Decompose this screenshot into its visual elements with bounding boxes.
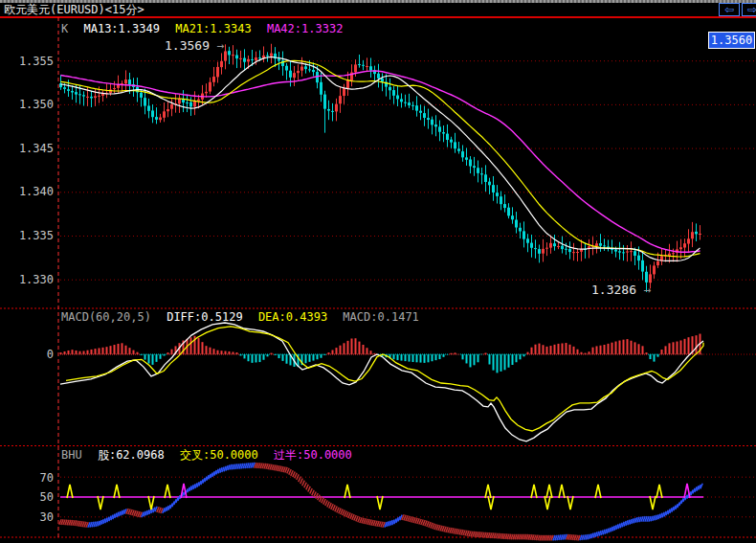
price-axis-label: 1.340 [2, 185, 54, 198]
bhu-half-label: 过半:50.0000 [274, 448, 352, 462]
ma13-legend: MA13:1.3349 [83, 22, 159, 35]
price-axis-label: 1.355 [2, 55, 54, 68]
price-axis-label: 1.330 [2, 273, 54, 286]
price-axis-label: 1.335 [2, 229, 54, 242]
trading-app-window: 欧元美元(EURUSD)<15分> ⇦ ⇨ K MA13:1.3349 MA21… [0, 0, 756, 543]
bhu-legend: BHU 股:62.0968 交叉:50.0000 过半:50.0000 [61, 449, 361, 462]
bhu-axis-label: 50 [2, 490, 54, 504]
bhu-cross-label: 交叉:50.0000 [180, 448, 258, 462]
right-arrow-icon: → [217, 38, 225, 53]
diff-value-label: DIFF:0.5129 [167, 310, 242, 324]
bhu-axis-label: 30 [2, 510, 54, 524]
bhu-axis-label: 70 [2, 471, 54, 485]
k-line-label: K [61, 22, 68, 35]
price-axis-label: 1.345 [2, 142, 54, 155]
bhu-gu-label: 股:62.0968 [98, 448, 165, 462]
right-arrow-icon: → [644, 283, 652, 297]
high-price-annotation: 1.3569 → [165, 39, 225, 52]
price-marker-badge: 1.3560 [708, 32, 755, 49]
bhu-name-label: BHU [61, 448, 82, 462]
low-price-value: 1.3286 [591, 283, 636, 297]
macd-params-label: MACD(60,20,5) [61, 310, 151, 324]
ma21-legend: MA21:1.3343 [175, 22, 251, 35]
low-price-annotation: 1.3286 → [591, 283, 652, 296]
macd-zero-label: 0 [2, 348, 54, 361]
dea-value-label: DEA:0.4393 [258, 310, 327, 324]
main-chart-legend: K MA13:1.3349 MA21:1.3343 MA42:1.3332 [61, 23, 351, 35]
ma42-legend: MA42:1.3332 [267, 22, 343, 35]
price-axis-label: 1.350 [2, 98, 54, 111]
macd-value-label: MACD:0.1471 [343, 310, 418, 324]
high-price-value: 1.3569 [165, 38, 210, 53]
macd-legend: MACD(60,20,5) DIFF:0.5129 DEA:0.4393 MAC… [61, 311, 428, 324]
